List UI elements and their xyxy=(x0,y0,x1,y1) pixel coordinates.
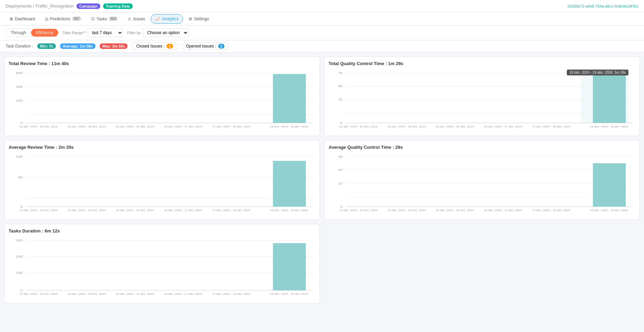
tasks-duration-chart: 300 200 100 0 13 déc. 2024 - 14 déc. 202… xyxy=(9,237,315,299)
nav-predictions-label: Predictions xyxy=(50,17,70,21)
avg-qc-svg: 30 20 10 0 13 déc. 2024 - 14 déc. 2024 1… xyxy=(329,153,635,215)
predictions-icon: ◎ xyxy=(45,17,48,21)
svg-text:10: 10 xyxy=(338,182,343,185)
top-bar-left: Deployments / Traffic_Recognition Campai… xyxy=(6,3,133,9)
breadcrumb-project: Traffic_Recognition xyxy=(36,3,74,9)
svg-text:16 déc. 2024 - 17 déc. 2024: 16 déc. 2024 - 17 déc. 2024 xyxy=(164,125,202,128)
opened-issues-count: 2 xyxy=(218,44,224,49)
nav-predictions[interactable]: ◎ Predictions 567 xyxy=(41,14,85,23)
tasks-icon: ☑ xyxy=(91,17,95,21)
svg-text:15 déc. 2024 - 16 déc. 2024: 15 déc. 2024 - 16 déc. 2024 xyxy=(116,293,154,295)
opened-issues-button[interactable]: Opened Issues : 2 xyxy=(182,42,229,50)
svg-text:0: 0 xyxy=(20,289,23,292)
nav-dashboard[interactable]: ⊞ Dashboard xyxy=(6,14,39,23)
toggle-efficiency[interactable]: Efficiency xyxy=(31,29,58,37)
svg-text:50: 50 xyxy=(338,84,343,88)
tasks-duration-svg: 300 200 100 0 13 déc. 2024 - 14 déc. 202… xyxy=(9,237,315,299)
svg-text:18 déc. 2024 - 19 déc. 2024: 18 déc. 2024 - 19 déc. 2024 xyxy=(590,209,628,212)
nav-settings[interactable]: ⚙ Settings xyxy=(184,14,213,23)
svg-text:100: 100 xyxy=(16,271,23,274)
svg-text:14 déc. 2024 - 15 déc. 2024: 14 déc. 2024 - 15 déc. 2024 xyxy=(68,209,106,212)
svg-text:14 déc. 2024 - 15 déc. 2024: 14 déc. 2024 - 15 déc. 2024 xyxy=(388,125,426,128)
tasks-badge: 563 xyxy=(109,17,118,21)
stats-row: Task Duration : Min: 7s Average: 1m 38s … xyxy=(0,40,644,52)
avg-badge: Average: 1m 38s xyxy=(60,43,95,49)
total-qc-panel: Total Quality Control Time : 1m 29s 18 d… xyxy=(324,56,640,136)
total-qc-tooltip: 18 déc. 2024 - 19 déc. 2024: 1m 29s xyxy=(567,70,628,75)
min-badge: Min: 7s xyxy=(37,43,56,49)
view-toggle[interactable]: Through Efficiency xyxy=(6,29,59,37)
svg-text:0: 0 xyxy=(340,121,343,125)
main-content: Total Review Time : 11m 40s 600 400 200 … xyxy=(0,52,644,308)
svg-text:17 déc. 2024 - 18 déc. 2024: 17 déc. 2024 - 18 déc. 2024 xyxy=(212,125,251,128)
svg-text:75: 75 xyxy=(338,71,343,75)
toggle-through[interactable]: Through xyxy=(6,29,31,37)
filter-by-label: Filter by xyxy=(127,31,141,35)
breadcrumb-separator: / xyxy=(33,3,34,9)
svg-text:13 déc. 2024 - 14 déc. 2024: 13 déc. 2024 - 14 déc. 2024 xyxy=(339,125,378,128)
training-badge: Training Data xyxy=(103,3,133,9)
svg-text:13 déc. 2024 - 14 déc. 2024: 13 déc. 2024 - 14 déc. 2024 xyxy=(19,125,58,128)
svg-rect-40 xyxy=(273,161,306,207)
date-range-label: Date Range * xyxy=(63,31,85,35)
nav-issues-label: Issues xyxy=(133,17,145,21)
campaign-badge: Campaign xyxy=(77,3,100,9)
svg-text:16 déc. 2024 - 17 déc. 2024: 16 déc. 2024 - 17 déc. 2024 xyxy=(484,209,522,212)
svg-text:14 déc. 2024 - 15 déc. 2024: 14 déc. 2024 - 15 déc. 2024 xyxy=(68,125,106,128)
max-badge: Max: 3m 50s xyxy=(100,43,128,49)
svg-text:17 déc. 2024 - 18 déc. 2024: 17 déc. 2024 - 18 déc. 2024 xyxy=(212,209,251,212)
breadcrumb: Deployments / Traffic_Recognition xyxy=(6,3,74,9)
nav-analytics-label: Analytics xyxy=(162,17,179,21)
avg-review-svg: 100 50 0 13 déc. 2024 - 14 déc. 2024 14 … xyxy=(9,153,315,215)
avg-qc-panel: Average Quality Control Time : 29s 30 20… xyxy=(324,140,640,220)
tasks-duration-title: Tasks Duration : 6m 12s xyxy=(9,228,315,234)
svg-text:18 déc. 2024 - 19 déc. 2024: 18 déc. 2024 - 19 déc. 2024 xyxy=(270,209,308,212)
svg-text:30: 30 xyxy=(338,155,343,158)
nav-tasks-label: Tasks xyxy=(97,17,107,21)
session-id: 0193bb73-a0e8-734a-a9c1-0c6b4e2df7b1 xyxy=(567,4,638,8)
avg-review-chart: 100 50 0 13 déc. 2024 - 14 déc. 2024 14 … xyxy=(9,153,315,215)
svg-text:17 déc. 2024 - 18 déc. 2024: 17 déc. 2024 - 18 déc. 2024 xyxy=(532,209,571,212)
svg-text:0: 0 xyxy=(20,121,23,125)
avg-qc-chart: 30 20 10 0 13 déc. 2024 - 14 déc. 2024 1… xyxy=(329,153,635,215)
settings-icon: ⚙ xyxy=(189,17,192,21)
nav-bar: ⊞ Dashboard ◎ Predictions 567 ☑ Tasks 56… xyxy=(0,12,644,25)
opened-issues-label: Opened Issues : xyxy=(186,44,216,49)
total-review-panel: Total Review Time : 11m 40s 600 400 200 … xyxy=(4,56,320,136)
svg-text:50: 50 xyxy=(18,176,23,179)
svg-text:25: 25 xyxy=(338,98,343,101)
nav-issues[interactable]: ⚠ Issues xyxy=(123,14,149,23)
avg-review-title: Average Review Time : 2m 20s xyxy=(9,145,315,150)
svg-text:200: 200 xyxy=(16,99,23,102)
nav-tasks[interactable]: ☑ Tasks 563 xyxy=(87,14,122,23)
date-range-select[interactable]: last 7 days last 30 days xyxy=(88,28,123,37)
analytics-icon: 📈 xyxy=(155,17,160,21)
total-qc-svg: 75 50 25 0 13 déc. 2024 - 14 déc. 2024 1… xyxy=(329,70,635,132)
svg-text:13 déc. 2024 - 14 déc. 2024: 13 déc. 2024 - 14 déc. 2024 xyxy=(19,293,58,295)
total-review-title: Total Review Time : 11m 40s xyxy=(9,61,315,66)
task-duration-label: Task Duration : xyxy=(6,44,33,49)
svg-text:0: 0 xyxy=(340,205,343,208)
avg-review-panel: Average Review Time : 2m 20s 100 50 0 13… xyxy=(4,140,320,220)
predictions-badge: 567 xyxy=(72,17,81,21)
svg-text:15 déc. 2024 - 16 déc. 2024: 15 déc. 2024 - 16 déc. 2024 xyxy=(116,125,154,128)
svg-text:600: 600 xyxy=(16,71,23,75)
bottom-right-empty xyxy=(324,224,640,303)
svg-text:18 déc. 2024 - 19 déc. 2024: 18 déc. 2024 - 19 déc. 2024 xyxy=(590,125,628,128)
svg-text:14 déc. 2024 - 15 déc. 2024: 14 déc. 2024 - 15 déc. 2024 xyxy=(68,293,106,295)
svg-text:0: 0 xyxy=(20,205,23,208)
total-review-chart: 600 400 200 0 13 déc. 2024 - 14 déc. 202… xyxy=(9,70,315,132)
svg-text:14 déc. 2024 - 15 déc. 2024: 14 déc. 2024 - 15 déc. 2024 xyxy=(388,209,426,212)
svg-text:20: 20 xyxy=(338,168,343,172)
tasks-duration-panel: Tasks Duration : 6m 12s 300 200 100 0 13… xyxy=(4,224,320,303)
svg-rect-56 xyxy=(593,163,626,207)
closed-issues-button[interactable]: Closed Issues : 1 xyxy=(132,42,177,50)
total-qc-title: Total Quality Control Time : 1m 29s xyxy=(329,61,635,66)
svg-text:18 déc. 2024 - 19 déc. 2024: 18 déc. 2024 - 19 déc. 2024 xyxy=(270,293,308,295)
dashboard-icon: ⊞ xyxy=(10,17,13,21)
nav-analytics[interactable]: 📈 Analytics xyxy=(151,14,183,24)
breadcrumb-deployments: Deployments xyxy=(6,3,32,9)
svg-text:17 déc. 2024 - 18 déc. 2024: 17 déc. 2024 - 18 déc. 2024 xyxy=(212,293,251,295)
svg-text:17 déc. 2024 - 18 déc. 2024: 17 déc. 2024 - 18 déc. 2024 xyxy=(532,125,571,128)
filter-by-select[interactable]: Choose an option xyxy=(143,28,189,37)
